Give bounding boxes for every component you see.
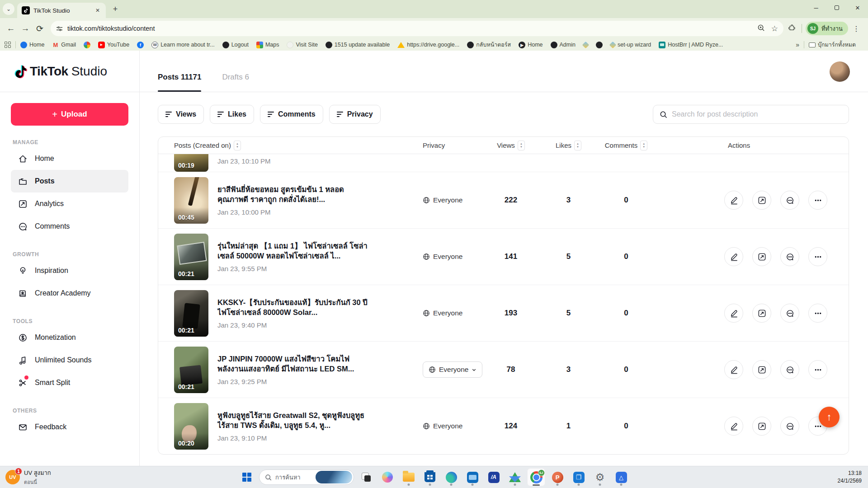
bookmark-item[interactable]: กลับหน้าตอร์ส	[467, 40, 511, 49]
zoom-icon[interactable]	[757, 24, 765, 33]
post-thumbnail[interactable]: 00:20	[174, 403, 208, 450]
bookmark-item[interactable]: set-up wizard	[610, 42, 651, 48]
taskbar-app-anytype[interactable]: △	[612, 468, 630, 486]
tab-posts[interactable]: Posts 11171	[158, 73, 201, 92]
more-actions-button[interactable]	[808, 191, 827, 210]
tab-drafts[interactable]: Drafts 6	[222, 73, 249, 92]
account-avatar[interactable]	[830, 61, 850, 82]
taskbar-app-ia-app[interactable]: /A	[485, 468, 503, 486]
post-analytics-button[interactable]	[752, 191, 771, 210]
taskbar-app-powerpoint[interactable]: P	[548, 468, 566, 486]
taskbar-app-settings[interactable]: ⚙	[591, 468, 609, 486]
post-analytics-button[interactable]	[752, 360, 771, 379]
privacy-selector[interactable]: Everyone	[423, 422, 462, 430]
post-thumbnail[interactable]: 00:19	[174, 154, 208, 172]
post-comments-button[interactable]	[780, 304, 799, 323]
post-search-box[interactable]	[653, 105, 849, 124]
back-button[interactable]: ←	[4, 21, 18, 36]
privacy-selector[interactable]: Everyone	[423, 253, 462, 261]
taskbar-app-copilot[interactable]	[378, 468, 396, 486]
sort-icon[interactable]: ▲▼	[234, 141, 241, 150]
minimize-button[interactable]: ─	[806, 0, 826, 15]
post-thumbnail[interactable]: 00:21	[174, 347, 208, 393]
bookmark-item[interactable]: Home	[20, 42, 44, 48]
post-analytics-button[interactable]	[752, 304, 771, 323]
taskbar-app-edge[interactable]	[442, 468, 460, 486]
sidebar-item-home[interactable]: Home	[11, 147, 128, 170]
address-bar[interactable]: tiktok.com/tiktokstudio/content ☆	[51, 21, 783, 36]
maximize-button[interactable]	[826, 0, 847, 15]
sort-icon[interactable]: ▲▼	[640, 141, 647, 150]
post-analytics-button[interactable]	[752, 247, 771, 266]
browser-tab[interactable]: TikTok Studio ✕	[17, 3, 106, 18]
edit-post-button[interactable]	[724, 304, 743, 323]
filter-privacy-button[interactable]: Privacy	[329, 105, 381, 124]
reload-button[interactable]: ⟳	[33, 21, 47, 36]
post-thumbnail[interactable]: 00:45	[174, 177, 208, 224]
bookmark-item[interactable]: https://drive.google...	[397, 42, 459, 48]
col-posts[interactable]: Posts (Created on)▲▼	[174, 141, 423, 150]
close-button[interactable]: ✕	[847, 0, 868, 15]
edit-post-button[interactable]	[724, 417, 743, 436]
bookmark-item[interactable]: ▶ YouTube	[98, 42, 129, 48]
sidebar-item-monetization[interactable]: Monetization	[11, 326, 128, 349]
privacy-selector[interactable]: Everyone	[423, 309, 462, 317]
filter-likes-button[interactable]: Likes	[210, 105, 254, 124]
taskbar-app-outlook[interactable]	[463, 468, 481, 486]
taskbar-search[interactable]: การค้นหา	[259, 469, 354, 485]
edit-post-button[interactable]	[724, 191, 743, 210]
filter-views-button[interactable]: Views	[158, 105, 204, 124]
col-likes[interactable]: Likes▲▼	[540, 141, 597, 150]
post-comments-button[interactable]	[780, 360, 799, 379]
taskbar-clock[interactable]: 13:18 24/1/2569	[838, 469, 868, 485]
bookmark-item[interactable]: Logout	[222, 42, 249, 48]
bookmark-item[interactable]: W Learn more about tr...	[151, 42, 215, 48]
sidebar-item-inspiration[interactable]: Inspiration	[11, 259, 128, 282]
extensions-icon[interactable]	[788, 23, 796, 33]
sort-icon[interactable]: ▲▼	[518, 141, 525, 150]
post-analytics-button[interactable]	[752, 417, 771, 436]
bookmarks-overflow-chevron-icon[interactable]: »	[796, 41, 799, 48]
post-thumbnail[interactable]: 00:21	[174, 234, 208, 280]
bookmark-item[interactable]: Visit Site	[287, 42, 317, 48]
sidebar-item-unlimited-sounds[interactable]: Unlimited Sounds	[11, 349, 128, 371]
taskbar-weather-widget[interactable]: UV 1 UV สูงมาก ตอนนี้	[0, 468, 99, 486]
post-title[interactable]: รุ่นใหม่ล่าสุด 【1 แถม 1】 ไฟโซล่าเซลล์ โซ…	[217, 241, 371, 261]
post-title[interactable]: JP JINPIN 70000W แสงไฟสีขาว โคมไฟพลังงาน…	[217, 354, 371, 374]
search-input[interactable]	[672, 110, 842, 118]
col-views[interactable]: Views▲▼	[481, 141, 540, 150]
privacy-selector[interactable]: Everyone	[423, 361, 482, 378]
col-comments[interactable]: Comments▲▼	[597, 141, 656, 150]
sidebar-item-posts[interactable]: Posts	[11, 170, 128, 192]
bookmark-star-icon[interactable]: ☆	[771, 24, 778, 33]
apps-grid-icon[interactable]	[5, 42, 11, 48]
taskbar-app-file-explorer[interactable]	[400, 468, 418, 486]
start-button[interactable]	[238, 468, 256, 486]
post-comments-button[interactable]	[780, 247, 799, 266]
tab-close-icon[interactable]: ✕	[93, 6, 102, 14]
browser-profile-chip[interactable]: SJ ที่ทำงาน	[806, 22, 848, 35]
sidebar-item-creator-academy[interactable]: Creator Academy	[11, 282, 128, 305]
upload-button[interactable]: + Upload	[11, 103, 128, 126]
sidebar-item-comments[interactable]: Comments	[11, 215, 128, 238]
taskbar-app-chrome[interactable]: SJ	[527, 468, 545, 486]
post-title[interactable]: KKSKY-【รับประกันของแท้】รับประกันกั 30 ปี…	[217, 297, 371, 318]
post-thumbnail[interactable]: 00:21	[174, 290, 208, 337]
filter-comments-button[interactable]: Comments	[260, 105, 323, 124]
back-to-top-button[interactable]: ↑	[819, 407, 840, 427]
bookmark-item[interactable]	[583, 42, 588, 47]
window-menu-chevron-icon[interactable]: ⌄	[3, 3, 14, 15]
bookmark-item[interactable]: M Gmail	[52, 42, 76, 48]
bookmark-item[interactable]	[596, 42, 603, 48]
taskbar-app-task-view[interactable]	[357, 468, 375, 486]
more-actions-button[interactable]	[808, 247, 827, 266]
bookmark-item[interactable]: f	[137, 42, 144, 48]
taskbar-app-microsoft-store[interactable]	[421, 468, 439, 486]
edit-post-button[interactable]	[724, 360, 743, 379]
post-title[interactable]: หูฟังบลูทูธไร้สาย Greatwall S2, ชุดหูฟัง…	[217, 410, 371, 431]
taskbar-app-google-drive[interactable]	[506, 468, 524, 486]
sidebar-item-analytics[interactable]: Analytics	[11, 192, 128, 215]
site-info-icon[interactable]	[56, 25, 63, 32]
bookmark-item[interactable]: 1515 update available	[326, 42, 390, 48]
new-tab-button[interactable]: +	[109, 3, 121, 15]
